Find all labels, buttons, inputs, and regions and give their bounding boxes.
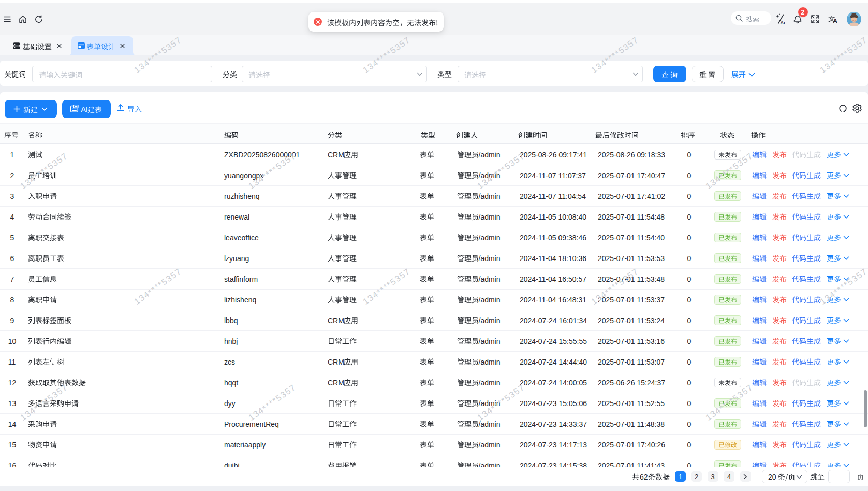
svg-text:Ai: Ai [780,20,785,25]
